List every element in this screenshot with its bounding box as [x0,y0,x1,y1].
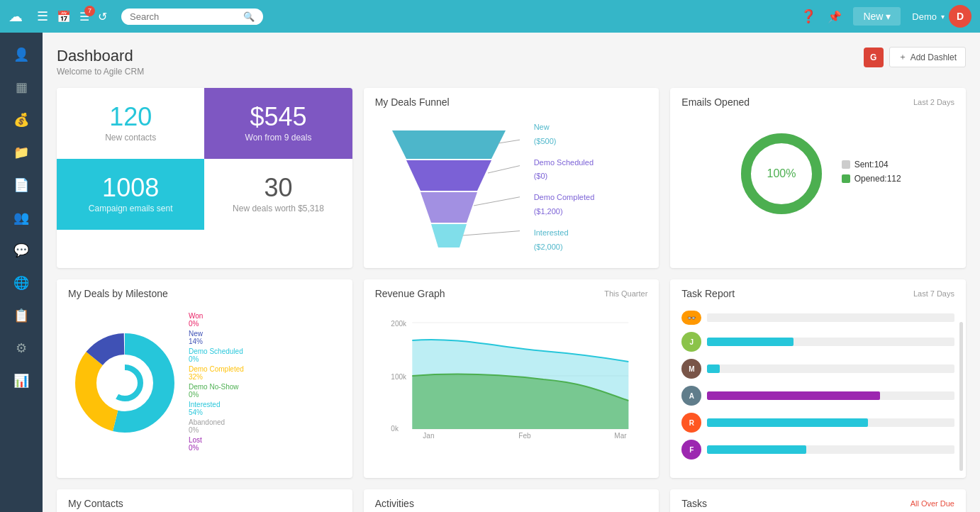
page-title: Dashboard [57,47,144,65]
user-menu[interactable]: Demo ▾ D [912,5,971,28]
activities-header: Activities [364,489,659,512]
emails-card-header: Emails Opened Last 2 Days [670,88,966,113]
task-bar-item-3: M [681,359,954,379]
search-icon: 🔍 [243,11,255,22]
svg-line-7 [463,230,520,235]
task-avatar-4: R [681,413,701,433]
task-avatar-3: A [681,386,701,406]
dashboard-grid: 120 New contacts $545 Won from 9 deals 1… [57,88,966,512]
funnel-title: My Deals Funnel [375,96,450,108]
contacts-title: My Contacts [68,498,123,509]
sidebar-item-settings[interactable]: ⚙ [4,333,39,363]
svg-text:Mar: Mar [614,432,627,440]
plus-icon: ＋ [898,51,907,63]
task-report-title: Task Report [681,288,735,299]
page-subtitle: Welcome to Agile CRM [57,67,144,77]
sidebar-item-team[interactable]: 👥 [4,203,39,233]
task-bar-track [707,313,954,322]
revenue-subtitle: This Quarter [604,289,647,298]
task-report-subtitle: Last 7 Days [913,289,954,298]
search-input[interactable] [130,11,239,22]
add-dashlet-button[interactable]: ＋ Add Dashlet [889,47,966,67]
task-avatar-1: J [681,332,701,352]
sidebar-item-notes[interactable]: 📄 [4,170,39,200]
top-navigation: ☁ ☰ 📅 ☰ 7 ↺ 🔍 ❓ 📌 New ▾ Demo ▾ D [0,0,980,33]
header-actions: G ＋ Add Dashlet [864,47,966,67]
svg-text:100k: 100k [391,373,407,381]
new-button[interactable]: New ▾ [853,7,901,26]
notification-badge: 7 [84,6,95,16]
svg-marker-2 [421,192,477,223]
activities-title: Activities [375,498,414,509]
svg-line-5 [488,162,520,173]
task-avatar-2: M [681,359,701,379]
svg-text:100%: 100% [767,167,796,179]
user-dropdown-icon: ▾ [941,13,945,21]
google-icon[interactable]: G [864,48,884,67]
interested-legend: Interested54% [189,401,244,416]
svg-text:0k: 0k [391,425,399,433]
svg-marker-1 [406,160,491,191]
revenue-chart-container: 200k 100k 0k Jan Feb Mar [364,305,659,453]
search-bar: 🔍 [121,9,263,25]
abandoned-legend: Abandoned0% [189,418,244,434]
task-bar-fill-2 [707,338,794,346]
main-content: Dashboard Welcome to Agile CRM G ＋ Add D… [43,33,980,512]
emails-title: Emails Opened [681,96,750,108]
sidebar-item-globe[interactable]: 🌐 [4,268,39,298]
milestone-header: My Deals by Milestone [57,279,352,305]
task-bar-item-2: J [681,332,954,352]
svg-marker-0 [392,130,506,159]
task-bar-fill-5 [707,418,868,427]
task-bar-item-6: F [681,440,954,460]
sent-label: Sent:104 [854,160,889,169]
sidebar-item-forms[interactable]: 📋 [4,301,39,330]
new-contacts-label: New contacts [105,133,156,143]
new-deals-number: 30 [264,175,292,201]
user-name-label: Demo [912,11,937,22]
campaign-emails-stat: 1008 Campaign emails sent [57,159,204,230]
task-bar-fill-3 [707,364,719,373]
svg-line-6 [474,194,520,206]
history-icon[interactable]: ↺ [98,10,107,23]
donut-container: 100% Sent:104 Opened:112 [670,113,966,234]
tasks-card: Tasks All Over Due Call for Demo Francoi… [670,489,966,512]
task-bar-track-4 [707,391,954,400]
revenue-chart: 200k 100k 0k Jan Feb Mar [375,312,648,440]
demo-no-show-legend: Demo No-Show0% [189,383,244,399]
task-bar-item: 👓 [681,311,954,325]
revenue-card: Revenue Graph This Quarter 200k 100k 0k [364,279,659,478]
svg-marker-3 [431,224,467,247]
sidebar-item-dashboard[interactable]: ▦ [4,72,39,102]
tasks-subtitle: All Over Due [911,499,954,508]
scrollbar[interactable] [959,322,963,471]
contacts-card: My Contacts DI Dion Other, Signup RC Con… [57,489,352,512]
notifications-icon[interactable]: ☰ 7 [79,10,89,23]
won-amount: $545 [250,104,306,130]
new-deals-stat: 30 New deals worth $5,318 [204,159,352,230]
sidebar-item-contacts[interactable]: 👤 [4,40,39,69]
avatar[interactable]: D [949,5,971,28]
menu-icon[interactable]: ☰ [37,9,48,24]
stats-card: 120 New contacts $545 Won from 9 deals 1… [57,88,352,268]
emails-card: Emails Opened Last 2 Days 100% Sent:104 [670,88,966,268]
funnel-container: New($500) Demo Scheduled($0) Demo Comple… [364,113,659,268]
sidebar-item-files[interactable]: 📁 [4,138,39,167]
pin-icon[interactable]: 📌 [828,10,842,23]
svg-text:Jan: Jan [423,432,434,440]
new-contacts-number: 120 [109,104,152,130]
opened-dot [842,174,850,183]
demo-scheduled-legend: Demo Scheduled0% [189,347,244,363]
sidebar-item-messages[interactable]: 💬 [4,235,39,265]
calendar-icon[interactable]: 📅 [57,10,71,23]
sidebar: 👤 ▦ 💰 📁 📄 👥 💬 🌐 📋 ⚙ 📊 [0,33,43,512]
donut-legend: Sent:104 Opened:112 [842,160,901,188]
sidebar-item-analytics[interactable]: 📊 [4,366,39,396]
sidebar-item-deals[interactable]: 💰 [4,105,39,135]
milestone-title: My Deals by Milestone [68,288,168,299]
help-icon[interactable]: ❓ [801,9,816,24]
page-header: Dashboard Welcome to Agile CRM G ＋ Add D… [57,47,966,77]
donut-chart: 100% [735,128,828,220]
won-deals-stat: $545 Won from 9 deals [204,88,352,159]
funnel-card: My Deals Funnel New($500) Dem [364,88,659,268]
